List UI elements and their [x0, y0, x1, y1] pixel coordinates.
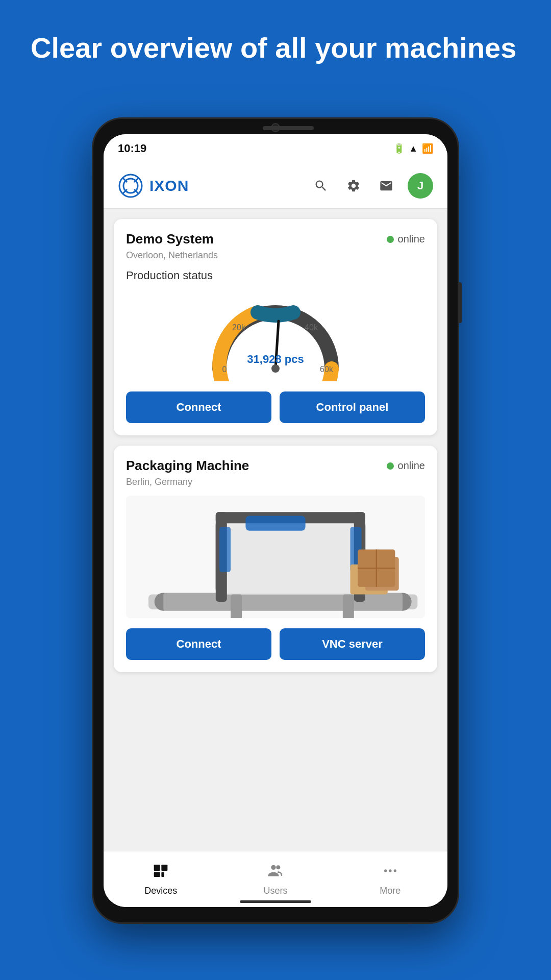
app-logo: IXON	[118, 173, 189, 199]
more-icon	[382, 863, 398, 883]
svg-rect-31	[154, 865, 160, 871]
svg-point-36	[276, 865, 280, 869]
search-icon	[314, 179, 328, 193]
user-avatar[interactable]: J	[408, 173, 433, 199]
search-button[interactable]	[310, 175, 332, 197]
page-headline: Clear overview of all your machines	[31, 31, 520, 65]
device-card-demo-system: Demo System online Overloon, Netherlands…	[114, 219, 437, 435]
connect-button-packaging[interactable]: Connect	[126, 628, 271, 660]
settings-button[interactable]	[342, 175, 365, 197]
users-icon	[267, 863, 284, 883]
card-header-packaging: Packaging Machine online	[126, 458, 425, 474]
status-online-demo: online	[387, 233, 425, 245]
device-card-packaging: Packaging Machine online Berlin, Germany	[114, 446, 437, 672]
device-location-packaging: Berlin, Germany	[126, 477, 425, 487]
phone-screen: 10:19 🔋 ▲ 📶	[104, 134, 447, 907]
status-dot-packaging	[387, 462, 394, 470]
app-bar: IXON	[104, 163, 447, 209]
gauge-svg: 0 20k 40k 60k	[204, 289, 347, 381]
svg-point-35	[271, 865, 276, 869]
svg-text:60k: 60k	[320, 365, 334, 374]
devices-icon	[153, 863, 169, 883]
nav-label-users: Users	[264, 886, 288, 896]
nav-item-devices[interactable]: Devices	[104, 851, 218, 907]
svg-point-38	[389, 869, 391, 872]
status-dot-demo	[387, 236, 394, 243]
card-header-demo: Demo System online	[126, 231, 425, 247]
svg-point-37	[384, 869, 387, 872]
messages-button[interactable]	[375, 175, 397, 197]
svg-rect-21	[219, 527, 231, 572]
signal-icon: 📶	[422, 143, 433, 154]
svg-rect-23	[231, 594, 242, 618]
nav-item-more[interactable]: More	[333, 851, 447, 907]
svg-rect-32	[162, 865, 168, 871]
phone-frame: 10:19 🔋 ▲ 📶	[92, 117, 459, 924]
nav-item-users[interactable]: Users	[218, 851, 333, 907]
phone-notch	[224, 119, 327, 134]
wifi-icon: ▲	[409, 143, 418, 154]
mail-icon	[379, 179, 393, 193]
production-status-label: Production status	[126, 269, 425, 282]
svg-rect-15	[163, 593, 403, 610]
control-panel-button[interactable]: Control panel	[280, 391, 425, 423]
status-label-packaging: online	[398, 460, 425, 472]
nav-label-more: More	[380, 886, 400, 896]
svg-rect-34	[162, 872, 164, 876]
svg-rect-20	[245, 516, 305, 530]
machine-image	[126, 496, 425, 618]
svg-text:20k: 20k	[232, 323, 246, 332]
packaging-machine-svg	[126, 496, 425, 618]
status-online-packaging: online	[387, 460, 425, 472]
battery-icon: 🔋	[393, 143, 405, 154]
svg-text:0: 0	[222, 365, 227, 374]
svg-rect-24	[343, 594, 354, 618]
status-time: 10:19	[118, 142, 146, 155]
status-bar: 10:19 🔋 ▲ 📶	[104, 134, 447, 163]
card-buttons-packaging: Connect VNC server	[126, 628, 425, 660]
status-label-demo: online	[398, 233, 425, 245]
svg-point-39	[393, 869, 396, 872]
ixon-logo-icon	[118, 173, 143, 199]
nav-label-devices: Devices	[144, 886, 177, 896]
phone-frame-wrapper: 10:19 🔋 ▲ 📶	[92, 117, 459, 924]
app-logo-text: IXON	[149, 177, 189, 194]
device-name-packaging: Packaging Machine	[126, 458, 249, 474]
gauge-value: 31,928 pcs	[247, 353, 304, 366]
device-name-demo: Demo System	[126, 231, 214, 247]
bottom-nav: Devices Users	[104, 851, 447, 907]
home-indicator	[240, 900, 311, 903]
svg-rect-33	[154, 872, 160, 876]
connect-button-demo[interactable]: Connect	[126, 391, 271, 423]
app-bar-actions: J	[310, 173, 433, 199]
gear-icon	[346, 179, 361, 193]
card-buttons-demo: Connect Control panel	[126, 391, 425, 423]
main-content: Demo System online Overloon, Netherlands…	[104, 209, 447, 851]
phone-speaker	[263, 126, 314, 130]
status-icons: 🔋 ▲ 📶	[393, 143, 433, 154]
gauge-container: 0 20k 40k 60k 31,928 pcs	[126, 289, 425, 381]
vnc-server-button[interactable]: VNC server	[280, 628, 425, 660]
device-location-demo: Overloon, Netherlands	[126, 250, 425, 261]
svg-text:40k: 40k	[305, 323, 318, 332]
